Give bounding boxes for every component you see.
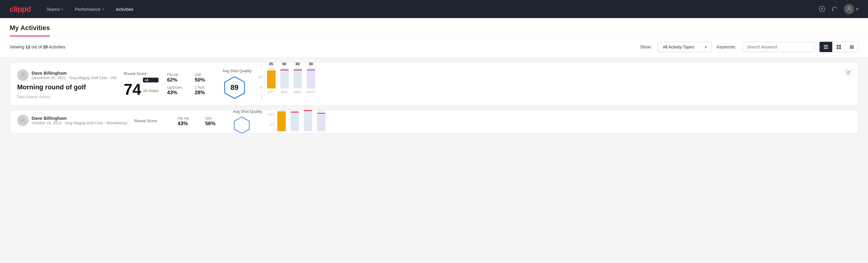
keywords-label: Keywords: xyxy=(717,45,736,49)
add-circle-icon[interactable] xyxy=(819,6,825,12)
avatar[interactable] xyxy=(844,4,854,14)
nav-performance-label: Performance xyxy=(75,7,101,12)
bars-container: 85 OTT 90 APP xyxy=(265,69,315,99)
round-score-value: 74 +4 18 Holes xyxy=(124,78,160,97)
user-icon xyxy=(20,72,26,79)
shot-quality-block: Avg Shot Quality 100 50 0 94 xyxy=(233,110,851,134)
shot-quality-label: Avg Shot Quality xyxy=(223,68,252,73)
shot-quality-label: Avg Shot Quality xyxy=(233,110,262,114)
activities-list: Dave Billingham December 05, 2021 · Gog … xyxy=(0,57,868,139)
data-source: Data Source: Arccos xyxy=(17,95,117,99)
bar-fill-app xyxy=(280,69,289,88)
bar-wrapper-app-2 xyxy=(290,110,299,131)
list-wide-view-button[interactable] xyxy=(845,42,858,52)
activity-card: Dave Billingham October 16, 2021 · Gog M… xyxy=(10,110,858,134)
bar-fill-arg xyxy=(293,69,302,88)
bar-app-2: 93 xyxy=(290,110,299,131)
oneputt-metric: 1 Putt 28% xyxy=(195,85,215,96)
bar-arg: 89 ARG xyxy=(293,62,302,94)
fw-hit-metric: FW Hit 62% xyxy=(167,73,188,83)
svg-rect-4 xyxy=(824,45,828,46)
svg-rect-7 xyxy=(837,45,839,47)
activity-card: Dave Billingham December 05, 2021 · Gog … xyxy=(10,62,858,106)
bar-wrapper-ott-2 xyxy=(277,110,286,131)
chevron-down-icon: ▾ xyxy=(705,45,707,49)
viewing-total: 29 xyxy=(43,45,48,49)
nav-activities[interactable]: Activities xyxy=(115,4,135,14)
chevron-down-icon: ▾ xyxy=(102,7,104,11)
svg-rect-8 xyxy=(839,45,841,47)
score-badge: +4 xyxy=(143,78,158,83)
hexagon-container: 89 xyxy=(223,76,247,99)
activity-type-dropdown[interactable]: All Activity Types ▾ xyxy=(658,42,712,52)
user-chevron-icon: ▾ xyxy=(856,6,858,12)
bar-wrapper-ott xyxy=(267,67,276,88)
gir-metric: GIR 56% xyxy=(205,116,225,127)
page-title: My Activities xyxy=(10,18,50,36)
user-row: Dave Billingham December 05, 2021 · Gog … xyxy=(17,69,117,81)
user-menu[interactable]: ▾ xyxy=(844,4,858,14)
y-axis-labels-2: 100 50 0 xyxy=(268,113,273,134)
page-header: My Activities xyxy=(0,18,868,37)
oneputt-label: 1 Putt xyxy=(195,85,215,90)
svg-rect-11 xyxy=(850,46,854,46)
fw-hit-value: 43% xyxy=(178,121,198,127)
svg-rect-13 xyxy=(850,48,854,49)
search-input[interactable] xyxy=(742,42,814,52)
oneputt-value: 28% xyxy=(195,90,215,96)
bar-fill-putt xyxy=(307,69,315,88)
svg-rect-9 xyxy=(837,47,839,49)
svg-rect-12 xyxy=(850,47,854,48)
round-score-label: Round Score xyxy=(134,119,170,123)
svg-rect-6 xyxy=(824,48,828,49)
hexagon-svg xyxy=(233,116,251,134)
gir-metric: GIR 50% xyxy=(195,73,215,83)
edit-button[interactable] xyxy=(844,67,853,77)
grid-view-button[interactable] xyxy=(833,42,845,52)
gir-label: GIR xyxy=(195,73,215,77)
bar-wrapper-app xyxy=(280,67,289,88)
refresh-icon[interactable] xyxy=(831,6,838,12)
avatar xyxy=(17,69,29,81)
bar-wrapper-arg xyxy=(293,67,302,88)
activity-title[interactable]: Morning round of golf xyxy=(17,83,117,91)
bar-chart: 100 50 0 85 OTT 90 xyxy=(257,69,315,99)
edit-icon xyxy=(846,70,850,74)
svg-point-16 xyxy=(22,118,24,120)
user-icon xyxy=(20,117,26,124)
bar-fill-putt-2 xyxy=(317,113,326,131)
bar-putt: 89 PUTT xyxy=(307,62,315,94)
svg-point-14 xyxy=(22,73,24,75)
avatar xyxy=(17,115,29,126)
user-info: Dave Billingham October 16, 2021 · Gog M… xyxy=(32,116,127,125)
updown-label: Up/Down xyxy=(167,85,188,90)
bar-fill-ott xyxy=(267,70,276,88)
bar-ott-2: 94 xyxy=(277,110,286,131)
holes-text: 18 Holes xyxy=(143,88,158,93)
nav-teams[interactable]: Teams ▾ xyxy=(45,4,64,14)
shot-quality-section: Avg Shot Quality xyxy=(233,110,262,134)
fw-hit-label: FW Hit xyxy=(167,73,188,77)
nav-performance[interactable]: Performance ▾ xyxy=(74,4,105,14)
fw-hit-value: 62% xyxy=(167,77,188,83)
shot-quality-block: Avg Shot Quality 89 100 50 0 xyxy=(223,68,851,99)
bar-ott: 85 OTT xyxy=(267,62,276,94)
viewing-count: 12 xyxy=(26,45,30,49)
bar-chart-2: 100 50 0 94 93 xyxy=(268,110,326,134)
bar-wrapper-arg-2 xyxy=(304,110,312,131)
gir-label: GIR xyxy=(205,116,225,121)
round-score-block: Round Score xyxy=(134,119,170,125)
shot-quality-section: Avg Shot Quality 89 xyxy=(223,68,252,99)
bars-container-2: 94 93 106 xyxy=(275,110,326,134)
user-date: October 16, 2021 · Gog Magog Golf Club -… xyxy=(32,121,127,125)
nav-teams-label: Teams xyxy=(46,7,60,12)
list-dense-view-button[interactable] xyxy=(819,42,833,52)
fw-hit-label: FW Hit xyxy=(178,116,198,121)
filters-bar: Viewing 12 out of 29 Activities Show: Al… xyxy=(0,37,868,57)
user-date: December 05, 2021 · Gog Magog Golf Club … xyxy=(32,76,117,80)
bar-putt-2: 87 xyxy=(317,110,326,131)
logo[interactable]: clippd xyxy=(10,4,31,14)
navbar: clippd Teams ▾ Performance ▾ Activities … xyxy=(0,0,868,18)
updown-value: 43% xyxy=(167,90,188,96)
metrics-grid: FW Hit 43% GIR 56% xyxy=(178,116,225,127)
